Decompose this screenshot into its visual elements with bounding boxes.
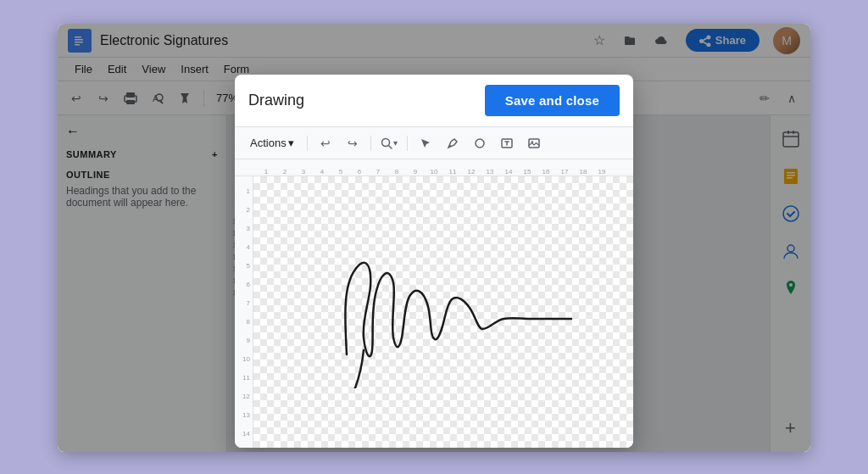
drawing-canvas[interactable] <box>253 176 633 448</box>
modal-overlay: Drawing Save and close Actions ▾ ↩ ↪ <box>58 24 810 452</box>
actions-button[interactable]: Actions ▾ <box>243 133 301 153</box>
shape-tool-button[interactable] <box>468 131 492 155</box>
canvas-with-ruler: 1 2 3 4 5 6 7 8 9 10 11 12 13 <box>235 176 633 448</box>
ruler-left: 1 2 3 4 5 6 7 8 9 10 11 12 13 <box>235 176 253 448</box>
draw-redo-button[interactable]: ↪ <box>341 131 364 155</box>
save-close-button[interactable]: Save and close <box>485 85 620 116</box>
ruler-marks-top: 1 2 3 4 5 6 7 8 9 10 11 12 13 <box>257 168 611 176</box>
ruler-top: 1 2 3 4 5 6 7 8 9 10 11 12 13 <box>235 159 633 176</box>
draw-tool-divider-2 <box>370 136 371 151</box>
dialog-title: Drawing <box>248 92 304 109</box>
draw-tool-divider-3 <box>407 136 408 151</box>
pen-tool-button[interactable] <box>441 131 465 155</box>
svg-point-21 <box>476 139 484 148</box>
drawing-canvas-area[interactable]: 1 2 3 4 5 6 7 8 9 10 11 12 13 <box>235 159 633 448</box>
signature-drawing <box>296 219 593 388</box>
zoom-tool-button[interactable]: ▾ <box>377 131 401 155</box>
select-tool-button[interactable] <box>414 131 437 155</box>
draw-undo-button[interactable]: ↩ <box>314 131 337 155</box>
docs-window: Electronic Signatures ☆ <box>58 24 810 452</box>
dialog-header: Drawing Save and close <box>235 75 633 127</box>
draw-tool-divider-1 <box>307 136 308 151</box>
image-tool-button[interactable] <box>522 131 546 155</box>
textbox-tool-button[interactable] <box>495 131 519 155</box>
svg-rect-23 <box>529 139 539 148</box>
drawing-dialog: Drawing Save and close Actions ▾ ↩ ↪ <box>235 75 633 448</box>
drawing-toolbar: Actions ▾ ↩ ↪ ▾ <box>235 127 633 159</box>
